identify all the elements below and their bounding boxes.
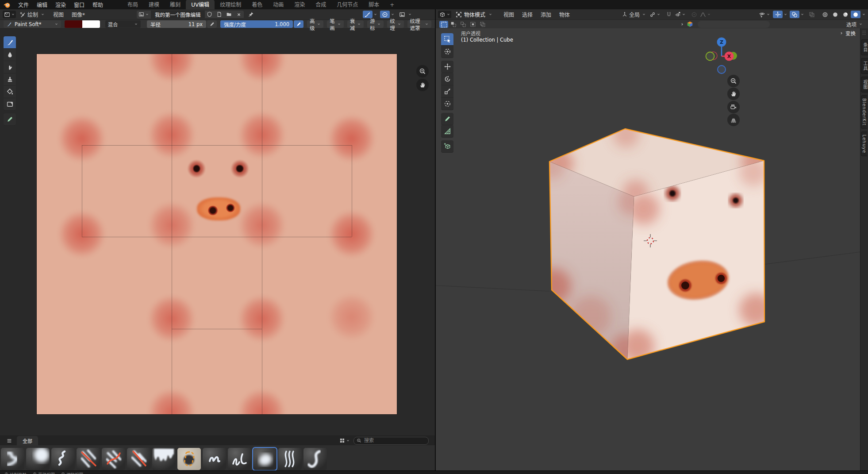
workspace-tab[interactable]: 纹理绘制 xyxy=(215,0,246,9)
radius-slider[interactable]: 半径 11 px xyxy=(147,20,206,28)
catalog-menu-button[interactable] xyxy=(4,437,14,444)
workspace-tab[interactable]: 建模 xyxy=(143,0,165,9)
object-visibility-dropdown[interactable] xyxy=(759,11,770,18)
popover-texture[interactable]: 纹理 xyxy=(387,20,403,28)
proportional-falloff-dropdown[interactable] xyxy=(700,12,711,18)
brush-thumbnail[interactable] xyxy=(177,448,201,470)
brush-thumbnail[interactable] xyxy=(303,448,327,470)
catalog-tab-all[interactable]: 全部 xyxy=(17,436,38,445)
pan-view-button[interactable] xyxy=(727,88,740,100)
tool-scale[interactable] xyxy=(441,85,453,98)
shading-material-button[interactable] xyxy=(841,11,850,18)
select-mode-set[interactable] xyxy=(439,21,448,28)
viewport-canvas[interactable]: X Z 用户透视 (1) Collection | Cube 变换 xyxy=(436,28,868,470)
tool-select-box[interactable] xyxy=(441,33,453,46)
mode-dropdown[interactable]: 物体模式 xyxy=(456,11,492,18)
workspace-tab[interactable]: 着色 xyxy=(246,0,268,9)
sidebar-tab-item[interactable]: 条目 xyxy=(861,39,868,55)
viewport-menu-select[interactable]: 选择 xyxy=(518,11,537,18)
shading-rendered-button[interactable] xyxy=(851,11,860,18)
tool-annotate[interactable] xyxy=(441,113,453,125)
menu-help[interactable]: 帮助 xyxy=(88,1,107,8)
sidebar-tab-lehuye[interactable]: Lehuye xyxy=(861,131,867,156)
region-grip-icon[interactable] xyxy=(860,28,868,39)
shading-solid-button[interactable] xyxy=(830,11,840,18)
tool-draw-brush[interactable] xyxy=(4,36,16,49)
popover-stroke[interactable]: 笔画 xyxy=(327,20,343,28)
pivot-point-dropdown[interactable] xyxy=(649,12,661,18)
workspace-tab[interactable]: 布局 xyxy=(122,0,143,9)
proportional-edit-toggle[interactable] xyxy=(689,11,699,18)
brush-thumbnail[interactable] xyxy=(228,448,251,470)
unlink-image-button[interactable] xyxy=(234,11,244,18)
image-editor-menu-view[interactable]: 视图 xyxy=(49,11,68,18)
brush-thumbnail[interactable] xyxy=(102,448,125,470)
secondary-color-swatch[interactable] xyxy=(82,20,100,28)
add-workspace-button[interactable]: + xyxy=(384,1,399,9)
tool-panel-expander[interactable] xyxy=(680,21,693,27)
display-settings-popover[interactable] xyxy=(339,438,350,443)
asset-search-box[interactable] xyxy=(353,437,429,445)
popover-texture-mask[interactable]: 纹理遮罩 xyxy=(407,20,431,28)
select-mode-intersect[interactable] xyxy=(478,21,487,28)
select-mode-extend[interactable] xyxy=(449,21,458,28)
camera-view-button[interactable] xyxy=(727,101,740,113)
radius-pressure-toggle[interactable] xyxy=(207,20,217,28)
navigation-gizmo[interactable]: X Z xyxy=(706,38,737,74)
brush-thumbnail-selected[interactable] xyxy=(253,448,277,470)
tool-transform[interactable] xyxy=(441,98,453,110)
gizmo-axis-neg-y[interactable] xyxy=(706,52,714,61)
menu-window[interactable]: 窗口 xyxy=(70,1,88,8)
gizmos-dropdown[interactable] xyxy=(773,11,787,18)
snap-settings-dropdown[interactable] xyxy=(675,12,686,18)
sidebar-tab-view[interactable]: 视图 xyxy=(861,77,868,92)
menu-edit[interactable]: 编辑 xyxy=(33,1,51,8)
popover-falloff[interactable]: 衰减 xyxy=(347,20,364,28)
tool-soften[interactable] xyxy=(4,49,16,61)
snap-toggle[interactable] xyxy=(664,11,674,18)
blend-mode-dropdown[interactable]: 混合 xyxy=(105,20,141,28)
fake-user-shield-button[interactable] xyxy=(205,11,215,18)
tool-settings-field[interactable] xyxy=(698,21,770,28)
brush-thumbnail[interactable] xyxy=(26,448,50,470)
editor-type-dropdown[interactable] xyxy=(3,11,16,18)
select-mode-subtract[interactable] xyxy=(459,21,468,28)
workspace-tab[interactable]: 合成 xyxy=(310,0,331,9)
search-input[interactable] xyxy=(363,437,418,444)
viewport-menu-add[interactable]: 添加 xyxy=(537,11,555,18)
menu-render[interactable]: 渲染 xyxy=(51,1,70,8)
sidebar-collapsed-panel[interactable]: 变换 xyxy=(839,30,856,37)
tool-clone[interactable] xyxy=(4,73,16,86)
shading-wireframe-button[interactable] xyxy=(820,11,830,18)
tool-move[interactable] xyxy=(441,61,453,73)
menu-file[interactable]: 文件 xyxy=(14,1,33,8)
image-editor-menu-image[interactable]: 图像* xyxy=(68,11,89,18)
select-mode-invert[interactable] xyxy=(469,21,477,28)
viewport-menu-view[interactable]: 视图 xyxy=(499,11,518,18)
workspace-tab[interactable]: 脚本 xyxy=(363,0,384,9)
workspace-tab[interactable]: 几何节点 xyxy=(331,0,363,9)
sidebar-tab-blenderkit[interactable]: BlenderKit xyxy=(861,95,867,129)
workspace-tab[interactable]: 渲染 xyxy=(289,0,310,9)
zoom-view-button[interactable] xyxy=(727,75,740,87)
brush-thumbnail[interactable] xyxy=(77,448,100,470)
blender-logo-icon[interactable] xyxy=(4,1,11,8)
tool-rotate[interactable] xyxy=(441,73,453,85)
tool-add-cube[interactable] xyxy=(441,140,453,153)
overlays-dropdown[interactable] xyxy=(790,11,804,18)
workspace-tab[interactable]: 雕刻 xyxy=(165,0,186,9)
tool-annotate[interactable] xyxy=(4,113,16,126)
image-name-field[interactable]: 我的第一个图像编辑 xyxy=(151,11,205,18)
transform-orientation-dropdown[interactable]: 全局 xyxy=(622,11,646,18)
open-image-button[interactable] xyxy=(224,11,234,18)
brush-thumbnail[interactable] xyxy=(51,448,75,470)
brush-thumbnail[interactable] xyxy=(278,448,302,470)
workspace-tab[interactable]: 动画 xyxy=(268,0,289,9)
zoom-view-button[interactable] xyxy=(416,65,429,77)
viewport-menu-object[interactable]: 物体 xyxy=(555,11,574,18)
tool-smear[interactable] xyxy=(4,61,16,73)
brush-thumbnail[interactable] xyxy=(127,448,150,470)
strength-pressure-toggle[interactable] xyxy=(294,20,303,28)
brush-thumbnail[interactable] xyxy=(1,448,24,470)
editor-type-dropdown[interactable] xyxy=(438,11,451,18)
